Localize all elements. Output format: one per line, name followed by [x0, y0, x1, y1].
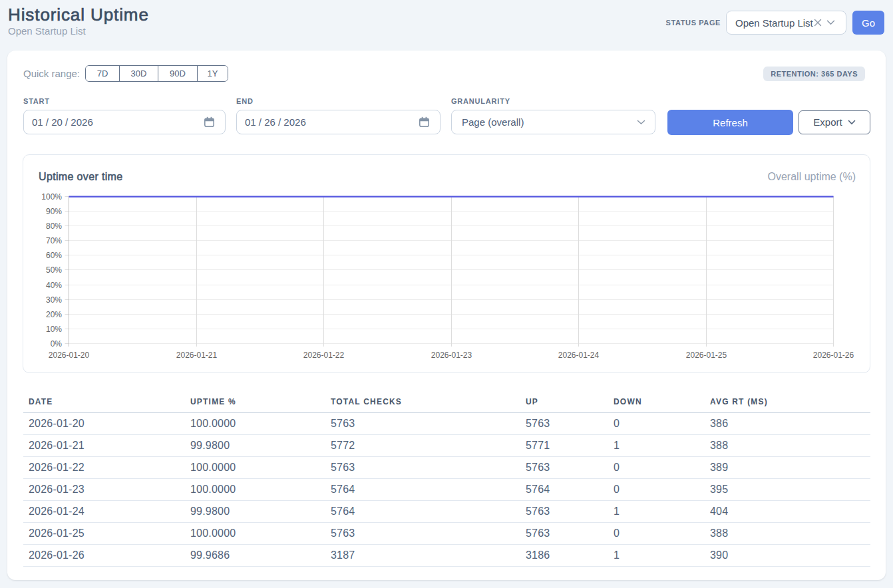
svg-text:0%: 0% [51, 339, 63, 349]
svg-text:40%: 40% [46, 281, 62, 290]
svg-text:2026-01-21: 2026-01-21 [176, 351, 218, 360]
svg-text:2026-01-23: 2026-01-23 [431, 351, 472, 360]
svg-text:2026-01-22: 2026-01-22 [303, 351, 345, 360]
svg-text:2026-01-25: 2026-01-25 [686, 351, 727, 360]
svg-text:90%: 90% [46, 207, 62, 216]
svg-text:100%: 100% [41, 192, 62, 202]
svg-text:70%: 70% [46, 236, 62, 245]
svg-text:30%: 30% [46, 295, 62, 305]
svg-text:60%: 60% [46, 251, 62, 260]
svg-text:10%: 10% [46, 325, 62, 334]
svg-text:50%: 50% [46, 265, 62, 275]
svg-text:2026-01-26: 2026-01-26 [813, 351, 854, 360]
svg-text:80%: 80% [46, 221, 62, 231]
svg-text:2026-01-20: 2026-01-20 [49, 351, 90, 360]
svg-text:2026-01-24: 2026-01-24 [558, 351, 600, 360]
svg-text:20%: 20% [46, 310, 62, 319]
